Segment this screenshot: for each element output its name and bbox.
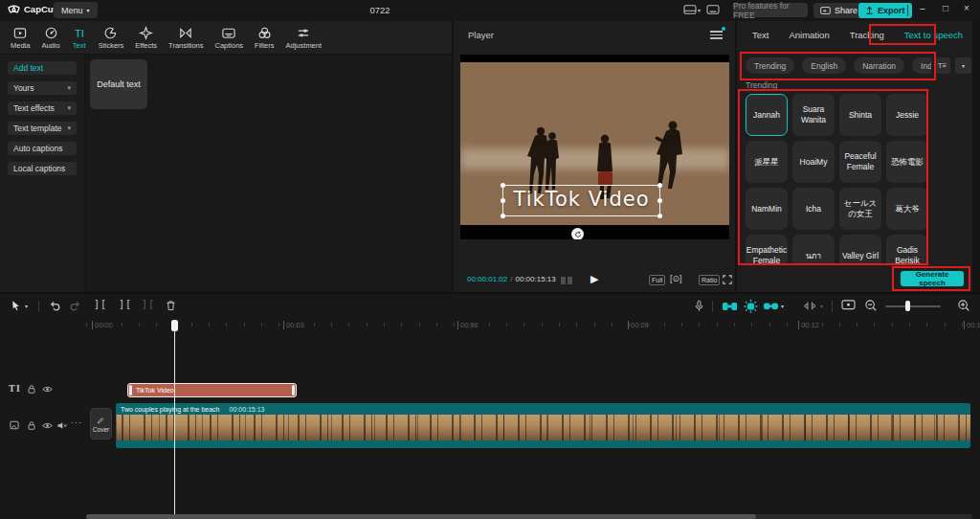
- resize-handle[interactable]: [501, 198, 505, 203]
- split-icon[interactable]: ][: [94, 299, 107, 309]
- voice-card[interactable]: Jannah: [746, 94, 788, 136]
- sort-filter-button[interactable]: T≡: [934, 57, 950, 74]
- chevron-down-icon[interactable]: ▾: [698, 7, 701, 13]
- main-track-magnet-icon[interactable]: [722, 299, 738, 313]
- caption-bar-icon[interactable]: [706, 4, 720, 15]
- overlay-text[interactable]: TikTok Video: [503, 188, 659, 211]
- zoom-in-icon[interactable]: [957, 299, 970, 312]
- auto-snap-icon[interactable]: [743, 299, 759, 313]
- voice-card[interactable]: 葛大爷: [886, 188, 928, 230]
- sidebar-button-text-template[interactable]: Text template▾: [8, 122, 77, 135]
- microphone-icon[interactable]: [693, 299, 705, 313]
- tool-tab-filters[interactable]: Filters: [249, 21, 279, 54]
- chevron-down-icon[interactable]: ▾: [781, 303, 784, 309]
- chip-indo[interactable]: Indo: [912, 57, 931, 74]
- linked-preview-icon[interactable]: [763, 299, 779, 313]
- sidebar-button-yours[interactable]: Yours▾: [8, 81, 77, 95]
- maximize-button[interactable]: □: [939, 3, 952, 13]
- chip-trending[interactable]: Trending: [746, 57, 794, 74]
- track-link-icon[interactable]: [802, 299, 818, 313]
- sidebar-button-local-captions[interactable]: Local captions: [8, 162, 77, 175]
- undo-icon[interactable]: [48, 299, 61, 312]
- pro-features-button[interactable]: Pro features for FREE: [733, 3, 808, 17]
- generate-speech-button[interactable]: Generate speech: [901, 271, 964, 286]
- tool-tab-media[interactable]: Media: [5, 21, 35, 54]
- share-button[interactable]: Share: [813, 3, 864, 18]
- tool-tab-effects[interactable]: Effects: [129, 21, 163, 54]
- sidebar-button-text-effects[interactable]: Text effects▾: [8, 102, 77, 115]
- chip-english[interactable]: English: [802, 57, 846, 74]
- tool-tab-audio[interactable]: Audio: [35, 21, 65, 54]
- lock-icon[interactable]: [26, 419, 37, 432]
- pages-icon[interactable]: [561, 277, 572, 284]
- chevron-down-icon[interactable]: ▾: [820, 303, 823, 309]
- player-menu-icon[interactable]: [710, 31, 723, 41]
- voice-card[interactable]: 恐怖電影: [886, 141, 928, 183]
- voice-card[interactable]: Valley Girl: [839, 235, 881, 264]
- voice-card[interactable]: Empathetic Female: [746, 235, 788, 264]
- zoom-slider-thumb[interactable]: [905, 301, 910, 311]
- rotate-handle[interactable]: [571, 228, 584, 239]
- collapse-button[interactable]: ▾: [955, 57, 971, 74]
- select-tool-icon[interactable]: [10, 299, 22, 312]
- tool-tab-stickers[interactable]: Stickers: [93, 21, 130, 54]
- redo-icon[interactable]: [69, 299, 82, 312]
- sidebar-button-add-text[interactable]: Add text: [8, 61, 77, 75]
- cover-button[interactable]: Cover: [90, 408, 112, 440]
- resize-handle[interactable]: [657, 183, 662, 188]
- tool-tab-transitions[interactable]: Transitions: [163, 21, 209, 54]
- resize-handle[interactable]: [501, 183, 505, 188]
- tool-tab-adjustment[interactable]: Adjustment: [280, 21, 328, 54]
- delete-icon[interactable]: [165, 299, 177, 312]
- zoom-out-icon[interactable]: [864, 299, 878, 312]
- resize-handle[interactable]: [501, 214, 505, 218]
- timeline-ruler[interactable]: 00:0000:0300:0600:0900:1200:15: [86, 319, 972, 336]
- more-options-icon[interactable]: ···: [71, 417, 82, 427]
- minimize-button[interactable]: –: [916, 3, 929, 13]
- voice-card[interactable]: セールスの女王: [839, 188, 881, 230]
- mute-speaker-icon[interactable]: [56, 419, 68, 432]
- video-clip[interactable]: Two couples playing at the beach 00:00:1…: [116, 403, 970, 448]
- voice-card[interactable]: Jessie: [886, 94, 928, 136]
- split-left-icon[interactable]: ][: [119, 299, 132, 309]
- split-right-icon[interactable]: ][: [142, 299, 155, 309]
- text-clip[interactable]: TikTok Video: [127, 383, 297, 397]
- timeline-zoom-slider[interactable]: [885, 305, 941, 307]
- play-button[interactable]: ▶: [590, 273, 598, 285]
- chip-narration[interactable]: Narration: [854, 57, 904, 74]
- voice-card[interactable]: Gadis Berisik: [886, 235, 928, 264]
- close-button[interactable]: ×: [960, 3, 973, 13]
- voice-card[interactable]: 派星星: [746, 141, 788, 183]
- timeline-scrollbar-thumb[interactable]: [86, 514, 756, 519]
- export-button[interactable]: Export: [858, 3, 912, 18]
- eye-icon[interactable]: [41, 419, 54, 432]
- voice-card[interactable]: Shinta: [839, 94, 881, 136]
- tab-animation[interactable]: Animation: [789, 30, 829, 40]
- voice-card[interactable]: HoaiMy: [792, 141, 835, 183]
- tab-text[interactable]: Text: [752, 30, 768, 40]
- lock-icon[interactable]: [26, 383, 37, 395]
- eye-icon[interactable]: [41, 383, 54, 395]
- tab-tracking[interactable]: Tracking: [850, 30, 884, 40]
- voice-card[interactable]: Icha: [792, 188, 835, 230]
- sidebar-button-auto-captions[interactable]: Auto captions: [8, 142, 77, 155]
- resize-handle[interactable]: [657, 198, 662, 203]
- voice-card[interactable]: NamMin: [746, 188, 788, 230]
- ratio-button[interactable]: Ratio: [699, 275, 720, 285]
- default-text-card[interactable]: Default text: [90, 59, 147, 109]
- text-overlay-selection[interactable]: TikTok Video: [502, 185, 660, 216]
- tool-tab-captions[interactable]: Captions: [210, 21, 250, 54]
- tool-tab-text[interactable]: TIText: [66, 21, 93, 54]
- fit-zoom-icon[interactable]: [⊙]: [670, 274, 682, 283]
- screen-record-icon[interactable]: [841, 299, 856, 311]
- layout-toggle-icon[interactable]: [683, 4, 697, 15]
- voice-card[interactable]: Suara Wanita: [792, 94, 835, 136]
- menu-button[interactable]: Menu▾: [54, 2, 98, 18]
- resize-handle[interactable]: [657, 214, 662, 218]
- fullscreen-icon[interactable]: [723, 275, 732, 284]
- chevron-down-icon[interactable]: ▾: [25, 303, 28, 309]
- voice-card[interactable]: นภา: [792, 235, 835, 264]
- full-button[interactable]: Full: [649, 275, 665, 285]
- tab-text-to-speech[interactable]: Text to speech: [904, 30, 963, 40]
- voice-card[interactable]: Peaceful Female: [839, 141, 881, 183]
